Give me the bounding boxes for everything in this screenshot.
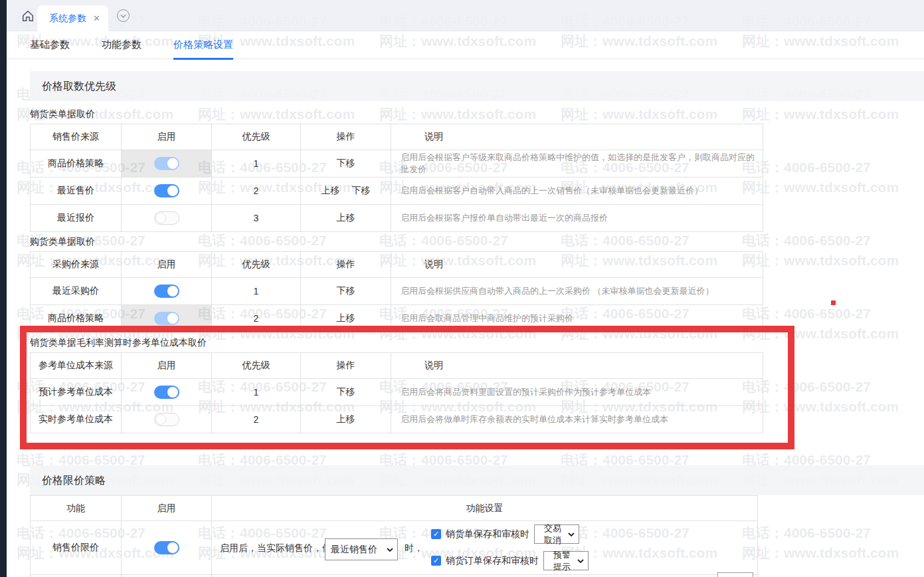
column-header: 优先级 (212, 252, 301, 278)
toggle-switch[interactable] (154, 386, 179, 399)
priority-value: 1 (212, 278, 301, 305)
chevron-down-icon (120, 14, 126, 18)
table-row: 商品价格策略2上移启用后会取商品管理中商品维护的预计采购价 (31, 305, 763, 332)
feature-name: 销售价限价 (31, 521, 122, 575)
sales-order-action-select[interactable]: 预警提示 (543, 551, 589, 570)
reference-unit-cost-pricing-table: 销货类单据毛利率测算时参考单位成本取价参考单位成本来源启用优先级操作说明预计参考… (30, 336, 763, 433)
toggle-switch[interactable] (154, 157, 179, 170)
move-up-link[interactable]: 上移 (337, 413, 355, 424)
tab-basic-parameters[interactable]: 基础参数 (30, 31, 70, 59)
purchase-document-pricing-table: 购货类单据取价采购价来源启用优先级操作说明最近采购价1下移启用后会根据供应商自动… (30, 235, 763, 332)
priority-value: 2 (212, 305, 301, 332)
priority-value: 2 (212, 177, 301, 205)
sales-slip-action-value: 交易取消 (540, 522, 565, 546)
column-header: 说明 (391, 124, 763, 150)
table-row: 预计参考单位成本1下移启用后会将商品资料里面设置的预计采购价作为预计参考单位成本 (31, 379, 763, 406)
column-header: 销售价来源 (31, 124, 122, 150)
priority-value: 1 (212, 150, 301, 177)
move-down-link[interactable]: 下移 (352, 185, 371, 195)
price-source-label: 预计参考单位成本 (31, 379, 122, 406)
limit-rule-post-text: 时， (405, 542, 423, 554)
toggle-switch[interactable] (154, 211, 179, 225)
table-row-partial (31, 575, 758, 577)
column-header: 优先级 (212, 124, 301, 150)
column-header: 采购价来源 (31, 252, 122, 278)
table-row: 销售价限价 启用后，当实际销售价，低于 最近销售价 (31, 521, 758, 575)
row-description: 启用后会将做单时库存余额表的实时单位成本来计算实时参考单位成本 (391, 406, 763, 433)
move-up-link[interactable]: 上移 (337, 212, 355, 223)
column-header: 启用 (122, 252, 212, 278)
chevron-down-icon (387, 548, 393, 552)
column-header-feature-settings: 功能设置 (212, 496, 758, 521)
close-icon[interactable]: ✕ (93, 13, 100, 23)
row-description: 启用后会取商品管理中商品维护的预计采购价 (391, 305, 763, 332)
priority-value: 2 (212, 406, 301, 433)
tab-title: 系统参数 (49, 13, 86, 25)
sales-slip-option-row: ✓ 销货单保存和审核时 交易取消 (431, 524, 589, 544)
column-header: 参考单位成本来源 (31, 353, 122, 379)
limit-rule-pre-text: 启用后，当实际销售价，低于 (220, 542, 341, 554)
price-source-label: 最近采购价 (31, 278, 122, 305)
limit-action-options: ✓ 销货单保存和审核时 交易取消 (431, 524, 589, 570)
column-header: 优先级 (212, 353, 301, 379)
home-button[interactable] (20, 8, 36, 24)
table-row: 商品价格策略1下移启用后会根据客户等级来取商品价格策略中维护的值，如选择的是批发… (31, 150, 763, 177)
row-description: 启用后会根据供应商自动带入商品的上一次采购价 （未审核单据也会更新最近价） (391, 278, 763, 305)
table-row: 最近报价3上移启用后会根据客户报价单自动带出最近一次的商品报价 (31, 205, 763, 232)
tab-system-parameters[interactable]: 系统参数 ✕ (37, 5, 108, 31)
sales-slip-action-select[interactable]: 交易取消 (534, 524, 579, 544)
toggle-switch[interactable] (154, 184, 179, 197)
column-header: 操作 (301, 252, 391, 278)
move-down-link[interactable]: 下移 (337, 285, 355, 296)
price-source-label: 商品价格策略 (31, 150, 122, 177)
tab-price-strategy-settings[interactable]: 价格策略设置 (173, 31, 233, 59)
column-header-enable: 启用 (122, 496, 212, 521)
sales-slip-label: 销货单保存和审核时 (446, 528, 529, 540)
table-row: 最近售价2上移下移启用后会根据客户自动带入商品的上一次销售价（未审核单据也会更新… (31, 177, 763, 205)
chevron-down-icon (568, 532, 575, 536)
move-down-link[interactable]: 下移 (337, 158, 355, 168)
price-basis-value: 最近销售价 (331, 544, 377, 556)
table-group-label: 销货类单据取价 (30, 108, 763, 124)
sales-document-pricing-table: 销货类单据取价销售价来源启用优先级操作说明商品价格策略1下移启用后会根据客户等级… (30, 108, 763, 232)
column-header: 说明 (391, 252, 763, 278)
column-header-feature: 功能 (31, 496, 122, 521)
toggle-switch[interactable] (154, 312, 179, 325)
toggle-switch[interactable] (154, 285, 179, 298)
move-up-link[interactable]: 上移 (337, 312, 355, 323)
parameter-tabs: 基础参数 功能参数 价格策略设置 (7, 31, 924, 59)
toggle-switch[interactable] (154, 413, 179, 426)
left-sidebar-strip (0, 0, 7, 577)
section-title-price-priority: 价格取数优先级 (30, 71, 924, 101)
move-down-link[interactable]: 下移 (337, 386, 355, 397)
tab-function-parameters[interactable]: 功能参数 (102, 31, 141, 59)
tab-list-dropdown-button[interactable] (117, 9, 130, 22)
sales-slip-checkbox[interactable]: ✓ (431, 529, 441, 539)
row-description: 启用后会根据客户等级来取商品价格策略中维护的值，如选择的是批发客户，则取商品对应… (391, 150, 763, 177)
system-parameters-page: 电话：4006-6500-27网址：www.tdxsoft.com电话：4006… (0, 0, 924, 577)
price-source-label: 最近售价 (31, 177, 122, 205)
chevron-down-icon (577, 559, 584, 563)
partial-select[interactable] (717, 572, 753, 577)
table-row: 最近采购价1下移启用后会根据供应商自动带入商品的上一次采购价 （未审核单据也会更… (31, 278, 763, 305)
column-header: 操作 (301, 353, 391, 379)
section-title-price-limit: 价格限价策略 (30, 465, 924, 495)
sales-order-action-value: 预警提示 (549, 549, 575, 573)
move-up-link[interactable]: 上移 (322, 185, 340, 195)
price-source-label: 最近报价 (31, 205, 122, 232)
sales-order-label: 销货订单保存和审核时 (446, 555, 539, 567)
document-tab-bar: 系统参数 ✕ (7, 0, 924, 31)
sales-order-checkbox[interactable]: ✓ (431, 556, 441, 566)
column-header: 启用 (122, 353, 212, 379)
sales-order-option-row: ✓ 销货订单保存和审核时 预警提示 (431, 551, 589, 570)
column-header: 操作 (301, 124, 391, 150)
red-dot-marker (831, 300, 836, 305)
table-row: 实时参考单位成本2上移启用后会将做单时库存余额表的实时单位成本来计算实时参考单位… (31, 406, 763, 433)
priority-value: 1 (212, 379, 301, 406)
row-description: 启用后会根据客户报价单自动带出最近一次的商品报价 (391, 205, 763, 232)
sales-price-limit-toggle[interactable] (154, 541, 179, 554)
row-description: 启用后会根据客户自动带入商品的上一次销售价（未审核单据也会更新最近价） (391, 177, 763, 205)
priority-value: 3 (212, 205, 301, 232)
price-basis-select[interactable]: 最近销售价 (325, 538, 398, 560)
column-header: 说明 (391, 353, 763, 379)
